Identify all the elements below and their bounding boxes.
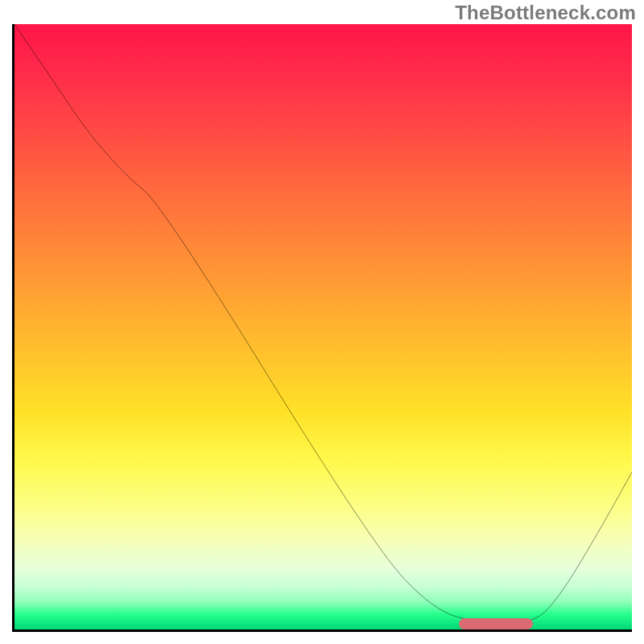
optimal-range-marker xyxy=(459,618,533,630)
plot-area xyxy=(12,24,632,632)
bottleneck-curve xyxy=(14,24,632,630)
bottleneck-curve-path xyxy=(14,24,632,623)
watermark-text: TheBottleneck.com xyxy=(455,2,636,24)
chart-stage: TheBottleneck.com xyxy=(0,0,644,644)
